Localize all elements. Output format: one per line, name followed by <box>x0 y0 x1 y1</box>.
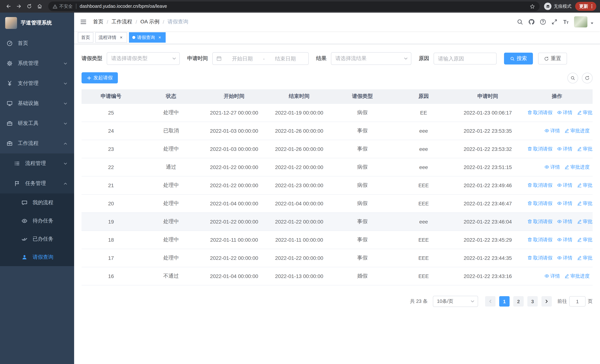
dblcheck-icon <box>21 236 28 242</box>
progress-link[interactable]: 审批进度 <box>564 164 590 170</box>
goto-page-input[interactable] <box>569 296 586 307</box>
app-logo[interactable]: 芋道管理系统 <box>0 13 74 33</box>
progress-link[interactable]: 审批进度 <box>577 109 593 116</box>
security-label[interactable]: 不安全 <box>59 3 73 9</box>
sidebar-item-infrastructure[interactable]: 基础设施 <box>0 93 74 113</box>
detail-link[interactable]: 详情 <box>557 236 572 243</box>
progress-link[interactable]: 审批进度 <box>564 128 590 134</box>
breadcrumb-item[interactable]: 工作流程 <box>112 19 132 25</box>
progress-link[interactable]: 审批进度 <box>577 146 593 152</box>
detail-link[interactable]: 详情 <box>544 164 560 170</box>
user-avatar[interactable] <box>574 16 587 28</box>
address-bar[interactable]: 不安全 dashboard.yudao.iocoder.cn/bpm/oa/le… <box>48 1 540 11</box>
next-page-button[interactable] <box>542 296 552 307</box>
table-row: 21处理中2022-01-22 00:00:002022-01-23 00:00… <box>82 176 593 195</box>
progress-link[interactable]: 审批进度 <box>577 255 593 261</box>
url-text[interactable]: dashboard.yudao.iocoder.cn/bpm/oa/leave <box>80 4 530 9</box>
sidebar-item-payment[interactable]: 支付管理 <box>0 73 74 93</box>
pen-icon <box>577 147 582 151</box>
progress-link[interactable]: 审批进度 <box>577 200 593 207</box>
sidebar-item-system[interactable]: 系统管理 <box>0 53 74 73</box>
search-button[interactable]: 搜索 <box>504 53 533 65</box>
cell-id: 21 <box>82 176 141 195</box>
page-3-button[interactable]: 3 <box>527 296 538 307</box>
github-icon[interactable] <box>528 19 535 25</box>
caret-down-icon[interactable] <box>590 21 594 25</box>
toggle-search-button[interactable] <box>567 73 578 83</box>
progress-link[interactable]: 审批进度 <box>577 218 593 225</box>
apply-time-range-picker[interactable]: - <box>212 52 309 65</box>
cancel-leave-link[interactable]: 取消请假 <box>527 109 552 116</box>
sidebar-item-my-process[interactable]: 我的流程 <box>0 194 74 212</box>
cell-type: 病假 <box>332 158 393 176</box>
help-icon[interactable] <box>540 19 546 25</box>
progress-link[interactable]: 审批进度 <box>577 236 593 243</box>
leave-type-select[interactable]: 请选择请假类型 <box>107 52 180 65</box>
detail-link[interactable]: 详情 <box>544 128 560 134</box>
reason-input[interactable] <box>434 53 497 65</box>
update-button[interactable]: 更新 <box>575 2 596 11</box>
prev-page-button[interactable] <box>485 296 496 307</box>
detail-link[interactable]: 详情 <box>557 255 572 261</box>
cancel-leave-link[interactable]: 取消请假 <box>527 218 552 225</box>
fullscreen-icon[interactable] <box>551 19 558 25</box>
detail-link[interactable]: 详情 <box>557 218 572 225</box>
table-body: 25处理中2021-12-27 00:00:002022-01-19 00:00… <box>82 104 593 285</box>
security-warning-icon[interactable] <box>53 4 57 9</box>
sidebar-item-task-management[interactable]: 任务管理 <box>0 173 74 194</box>
page-2-button[interactable]: 2 <box>513 296 524 307</box>
cancel-leave-link[interactable]: 取消请假 <box>527 255 552 261</box>
breadcrumb-item[interactable]: 首页 <box>93 19 103 25</box>
detail-link[interactable]: 详情 <box>557 109 572 116</box>
detail-link[interactable]: 详情 <box>544 273 560 280</box>
refresh-button[interactable] <box>582 73 593 83</box>
sidebar-item-workflow[interactable]: 工作流程 <box>0 133 74 153</box>
page-size-select[interactable]: 10条/页 <box>433 296 478 307</box>
bookmark-star-icon[interactable] <box>530 3 535 9</box>
result-select[interactable]: 请选择流结果 <box>331 52 411 65</box>
browser-menu-icon[interactable] <box>589 4 594 9</box>
progress-link[interactable]: 审批进度 <box>577 182 593 189</box>
progress-link[interactable]: 审批进度 <box>564 273 590 280</box>
tab-leave-query[interactable]: 请假查询× <box>129 32 166 43</box>
tab-home[interactable]: 首页 <box>78 32 94 43</box>
tab-process-detail[interactable]: 流程详情× <box>95 32 127 43</box>
sidebar-item-dev-tools[interactable]: 研发工具 <box>0 113 74 133</box>
reload-icon <box>26 3 32 9</box>
cancel-leave-link[interactable]: 取消请假 <box>527 200 552 207</box>
reload-button[interactable] <box>24 1 34 11</box>
sidebar-item-todo-tasks[interactable]: 待办任务 <box>0 212 74 230</box>
breadcrumb-item[interactable]: OA 示例 <box>141 19 159 25</box>
page-1-button[interactable]: 1 <box>499 296 510 307</box>
eye-sm-icon <box>544 129 549 133</box>
back-button[interactable] <box>4 1 13 11</box>
trash-icon <box>527 219 532 224</box>
close-tab-icon[interactable]: × <box>119 35 124 40</box>
sidebar-item-leave-query[interactable]: 请假查询 <box>0 248 74 266</box>
end-date-input[interactable] <box>266 55 305 62</box>
sidebar-item-home[interactable]: 首页 <box>0 33 74 53</box>
reset-button[interactable]: 重置 <box>538 53 567 65</box>
refresh-icon <box>544 56 549 61</box>
detail-link[interactable]: 详情 <box>557 146 572 152</box>
table-row: 20处理中2022-01-04 00:00:002022-01-04 00:00… <box>82 195 593 213</box>
cancel-leave-link[interactable]: 取消请假 <box>527 236 552 243</box>
close-tab-icon[interactable]: × <box>157 35 162 40</box>
cell-start: 2022-01-22 00:00:00 <box>202 158 266 176</box>
search-icon[interactable] <box>517 19 523 25</box>
cell-type: 病假 <box>332 104 393 122</box>
start-date-input[interactable] <box>223 55 262 62</box>
pen-icon <box>564 129 569 133</box>
cancel-leave-link[interactable]: 取消请假 <box>527 146 552 152</box>
sidebar-item-done-tasks[interactable]: 已办任务 <box>0 230 74 248</box>
font-size-icon[interactable] <box>562 19 569 25</box>
hamburger-icon[interactable] <box>80 18 87 26</box>
create-leave-button[interactable]: 发起请假 <box>82 72 118 84</box>
forward-button[interactable] <box>14 1 24 11</box>
home-button[interactable] <box>35 1 45 11</box>
top-navbar: 首页/工作流程/OA 示例/请假查询 <box>74 13 600 31</box>
cancel-leave-link[interactable]: 取消请假 <box>527 182 552 189</box>
detail-link[interactable]: 详情 <box>557 182 572 189</box>
sidebar-item-process-management[interactable]: 流程管理 <box>0 153 74 173</box>
detail-link[interactable]: 详情 <box>557 200 572 207</box>
